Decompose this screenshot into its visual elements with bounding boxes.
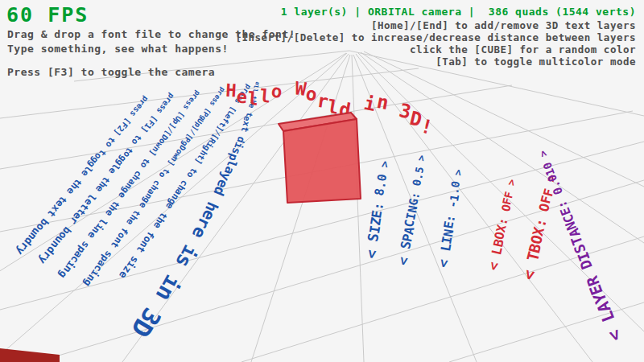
hint-multicolor-mode: [Tab] to toggle multicolor mode	[436, 56, 636, 68]
fps-counter: 60 FPS	[6, 3, 89, 27]
hint-toggle-camera: Press [F3] to toggle the camera	[7, 66, 215, 78]
hint-add-remove-layers: [Home]/[End] to add/remove 3D text layer…	[371, 19, 636, 31]
hint-cube-random-color: click the [CUBE] for a random color	[410, 43, 636, 56]
hint-layer-distance: [Insert]/[Delete] to increase/decrease d…	[235, 31, 636, 43]
hint-type-something: Type something, see what happens!	[7, 43, 229, 55]
layer-camera-status: 1 layer(s) | ORBITAL camera | 386 quads …	[281, 6, 636, 18]
viewport-3d[interactable]: allthetextdisplayedhereisin3D press[F2]t…	[0, 0, 644, 362]
